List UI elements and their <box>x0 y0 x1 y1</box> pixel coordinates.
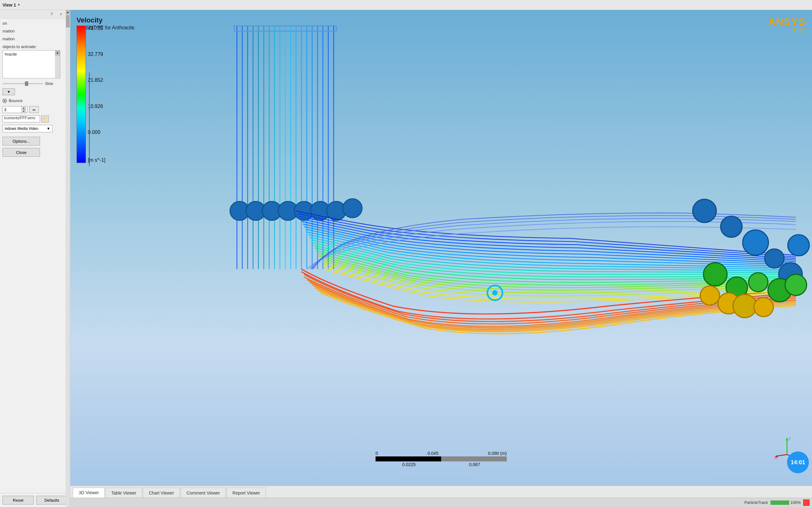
svg-point-30 <box>743 230 769 255</box>
playback-dropdown-row: ▼ <box>2 88 64 95</box>
visualization-svg <box>70 10 812 486</box>
listbox-scrollbar[interactable]: ▼ <box>55 51 60 78</box>
panel-content: on mation mation objects to animate: hra… <box>0 18 70 493</box>
tab-chart-viewer[interactable]: Chart Viewer <box>143 488 180 498</box>
objects-listbox[interactable]: hracite ▼ <box>2 50 60 78</box>
view-label[interactable]: View 1 <box>2 2 16 7</box>
format-row: indows Media Video ▼ <box>2 125 64 132</box>
section-mation1-label: mation <box>2 29 64 34</box>
status-bar: ParticleTrack 100% <box>70 498 812 507</box>
section-on-label: on <box>2 21 64 25</box>
svg-marker-46 <box>786 437 788 441</box>
scale-bar: 0 0.045 0.090 (m) 0.0225 0.067 <box>375 451 507 467</box>
speed-slider-track[interactable] <box>2 83 43 84</box>
svg-point-27 <box>343 199 362 218</box>
svg-point-29 <box>721 216 742 237</box>
scale-bottom-1: 0.067 <box>469 462 480 467</box>
speed-slider-thumb[interactable] <box>25 81 28 86</box>
reset-button[interactable]: Reset <box>2 496 34 505</box>
tab-table-viewer[interactable]: Table Viewer <box>105 488 142 498</box>
playback-dropdown[interactable]: ▼ <box>2 88 15 95</box>
format-label: indows Media Video <box>5 126 38 131</box>
top-bar: View 1 ▼ <box>0 0 812 10</box>
slow-label: Slow <box>45 81 53 86</box>
scale-top-0: 0 <box>375 451 378 456</box>
scale-bar-bottom-labels: 0.0225 0.067 <box>375 462 507 467</box>
speed-slider-row: Slow <box>2 81 64 86</box>
section-mation2: mation <box>2 37 64 41</box>
timer-badge: 14:01 <box>787 451 809 473</box>
scale-bar-graphic <box>375 456 507 461</box>
spinbox-down[interactable]: ▼ <box>21 110 26 113</box>
repeat-spinbox-row: 3 ▲ ▼ ∞ <box>2 106 64 113</box>
scale-bottom-0: 0.0225 <box>402 462 416 467</box>
status-bar-fill <box>770 500 789 505</box>
objects-listbox-item[interactable]: hracite <box>3 51 59 57</box>
svg-point-39 <box>700 286 719 305</box>
viewport-3d[interactable]: Velocity FLUENT PT for Anthracite ANSYS … <box>70 10 812 486</box>
options-button[interactable]: Options... <box>2 137 40 146</box>
panel-close-button[interactable]: × <box>58 11 64 17</box>
y-axis-label: Y <box>788 437 791 441</box>
close-dialog-button[interactable]: Close <box>2 148 40 157</box>
status-percent: 100% <box>791 500 801 505</box>
scrollbar-thumb[interactable] <box>66 15 70 27</box>
svg-point-28 <box>693 199 716 223</box>
objects-label: objects to animate: <box>2 44 64 49</box>
file-path-input[interactable]: icuments/FFF.wmv <box>2 115 40 122</box>
tab-3d-viewer[interactable]: 3D Viewer <box>73 488 105 498</box>
scrollbar-up-arrow[interactable]: ▲ <box>66 10 70 14</box>
status-item-label: ParticleTrack <box>744 500 768 505</box>
svg-point-44 <box>492 290 497 295</box>
repeat-spinbox[interactable]: 3 ▲ ▼ <box>2 106 28 113</box>
spinbox-arrows[interactable]: ▲ ▼ <box>21 106 26 113</box>
objects-section: objects to animate: hracite ▼ <box>2 44 64 78</box>
bounce-radio-inner <box>4 100 6 102</box>
panel-scrollbar[interactable]: ▲ <box>66 10 70 507</box>
status-progress: 100% <box>770 500 801 505</box>
infinity-button[interactable]: ∞ <box>30 106 39 113</box>
section-mation1: mation <box>2 29 64 34</box>
svg-point-34 <box>704 263 727 286</box>
bounce-label: Bounce <box>9 98 22 103</box>
format-dropdown[interactable]: indows Media Video ▼ <box>2 125 52 132</box>
file-browse-button[interactable]: 📁 <box>41 115 49 122</box>
format-dropdown-arrow: ▼ <box>47 126 50 131</box>
bounce-radio-row: Bounce <box>2 98 64 103</box>
svg-point-42 <box>754 297 773 317</box>
svg-point-41 <box>733 294 757 318</box>
timer-display: 14:01 <box>791 459 805 466</box>
svg-point-36 <box>749 273 768 292</box>
help-button[interactable]: ? <box>49 11 54 17</box>
x-axis-label: X <box>774 455 777 460</box>
main-area: ? × ▲ on mation mation objects to a <box>0 10 812 507</box>
listbox-scroll-down[interactable]: ▼ <box>55 51 60 56</box>
left-panel: ? × ▲ on mation mation objects to a <box>0 10 70 507</box>
bottom-buttons: Reset Defaults <box>0 493 70 507</box>
svg-point-33 <box>788 235 810 256</box>
svg-point-31 <box>765 249 784 268</box>
status-stop-button[interactable] <box>803 500 810 506</box>
section-on: on <box>2 21 64 25</box>
panel-title-bar: ? × <box>0 10 70 18</box>
file-row: icuments/FFF.wmv 📁 <box>2 115 64 122</box>
tab-comment-viewer[interactable]: Comment Viewer <box>181 488 226 498</box>
tab-report-viewer[interactable]: Report Viewer <box>226 488 266 498</box>
svg-point-38 <box>785 274 807 296</box>
spinbox-up[interactable]: ▲ <box>21 106 26 110</box>
bounce-radio[interactable] <box>2 99 7 103</box>
scrollbar-track[interactable] <box>66 14 70 507</box>
tab-bar: 3D Viewer Table Viewer Chart Viewer Comm… <box>70 486 812 498</box>
view-dropdown-arrow[interactable]: ▼ <box>17 3 20 7</box>
scale-bar-top-labels: 0 0.045 0.090 (m) <box>375 451 507 456</box>
scale-top-2: 0.090 (m) <box>488 451 507 456</box>
scale-top-1: 0.045 <box>427 451 438 456</box>
file-path-value: icuments/FFF.wmv <box>4 116 35 120</box>
defaults-button[interactable]: Defaults <box>36 496 67 505</box>
section-mation2-label: mation <box>2 37 64 41</box>
viewport-area: Velocity FLUENT PT for Anthracite ANSYS … <box>70 10 812 507</box>
spinbox-value: 3 <box>4 107 6 112</box>
